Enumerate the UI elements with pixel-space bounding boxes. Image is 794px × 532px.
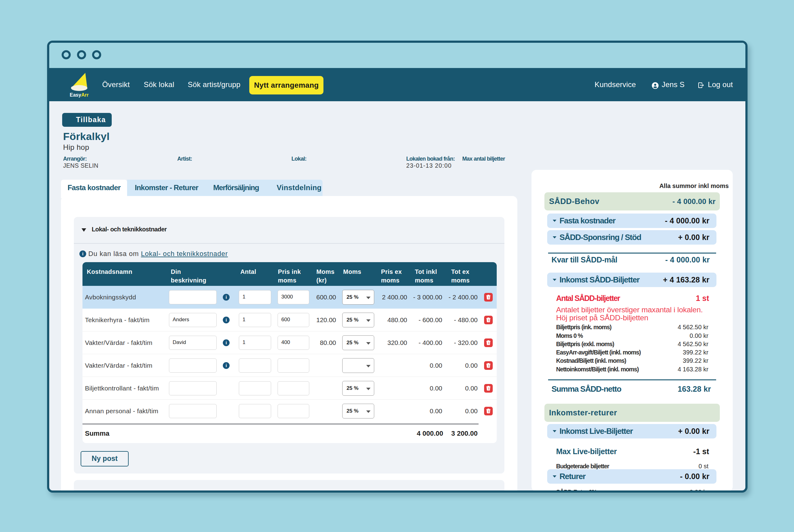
svg-text:EasyArr: EasyArr — [70, 92, 89, 97]
